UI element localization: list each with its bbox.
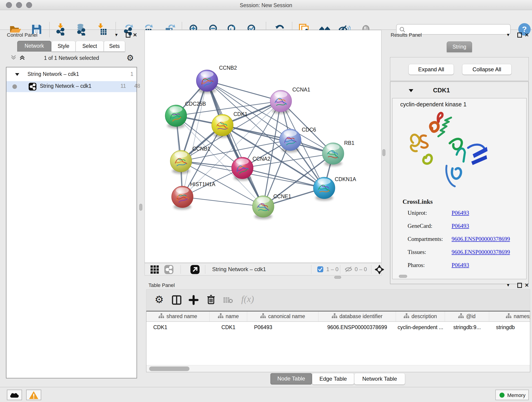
- column-header-description[interactable]: description: [396, 312, 445, 321]
- column-header-canonical-name[interactable]: canonical name: [247, 312, 318, 321]
- tab-string[interactable]: String: [447, 41, 472, 52]
- network-collection-row[interactable]: String Network – cdk1 1: [6, 69, 137, 80]
- network-node-count: 11: [120, 83, 126, 89]
- table-cell[interactable]: cyclin-dependent ...: [396, 322, 445, 332]
- memory-status-icon: [500, 393, 505, 398]
- cloud-button[interactable]: [7, 390, 22, 400]
- table-cell[interactable]: 9606.ENSP00000378699: [318, 322, 396, 332]
- memory-button[interactable]: Memory: [495, 390, 529, 400]
- table-header-row: shared namenamecanonical namedatabase id…: [146, 312, 530, 322]
- crosslink-row: Uniprot:P06493: [393, 210, 526, 219]
- column-label: name: [226, 313, 239, 319]
- network-edge[interactable]: [207, 81, 263, 206]
- footer-divider: [181, 265, 181, 274]
- network-node-ccne1[interactable]: CCNE1: [253, 193, 291, 219]
- network-node-cdkn1a[interactable]: CDKN1A: [313, 176, 356, 201]
- network-node-cdc6[interactable]: CDC6: [279, 127, 316, 153]
- tab-style[interactable]: Style: [51, 41, 76, 51]
- column-header-namespace[interactable]: namespace: [489, 312, 530, 321]
- network-edge[interactable]: [182, 197, 263, 206]
- import-network-database-icon[interactable]: [75, 23, 87, 36]
- table-cell[interactable]: CDK1: [146, 322, 210, 332]
- table-cell[interactable]: stringdb: [489, 322, 530, 332]
- network-node-ccnb1[interactable]: CCNB1: [170, 146, 210, 174]
- network-row[interactable]: String Network – cdk1 11 48: [6, 81, 137, 92]
- crosslink-link[interactable]: P06493: [452, 223, 469, 229]
- scrollbar-thumb[interactable]: [149, 366, 190, 371]
- crosslink-link[interactable]: P06493: [452, 210, 469, 216]
- string-network-graph[interactable]: CCNB2CCNA1CDC25BCDK1CDC6RB1CCNB1CCNA2CDK…: [145, 30, 381, 263]
- section-title: CDK1: [433, 87, 450, 94]
- delete-column-trash-icon[interactable]: [206, 294, 216, 306]
- column-label: database identifier: [340, 313, 383, 319]
- network-node-hist1h1a[interactable]: HIST1H1A: [172, 181, 215, 210]
- crosslink-label: GeneCard:: [408, 223, 432, 229]
- warnings-button[interactable]: [26, 390, 41, 400]
- collapse-all-button[interactable]: Collapse All: [462, 64, 512, 75]
- network-share-icon[interactable]: [164, 265, 174, 275]
- tab-edge-table[interactable]: Edge Table: [312, 373, 354, 385]
- control-panel-close-icon[interactable]: ✕: [133, 32, 137, 38]
- crosslink-row: Compartments:9606.ENSP00000378699: [393, 236, 526, 245]
- left-splitter-handle[interactable]: [139, 204, 142, 211]
- results-scrollbar-thumb[interactable]: [399, 275, 407, 278]
- column-header-name[interactable]: name: [210, 312, 247, 321]
- table-cell[interactable]: stringdb:9...: [445, 322, 489, 332]
- birds-eye-grid-icon[interactable]: [150, 265, 159, 275]
- column-header-database-identifier[interactable]: database identifier: [318, 312, 396, 321]
- control-panel-float-icon[interactable]: [126, 32, 130, 38]
- network-canvas[interactable]: CCNB2CCNA1CDC25BCDK1CDC6RB1CCNB1CCNA2CDK…: [145, 30, 381, 263]
- tab-node-table[interactable]: Node Table: [270, 373, 312, 385]
- tab-select[interactable]: Select: [76, 41, 104, 51]
- table-panel-collapse-icon[interactable]: ▼: [506, 283, 510, 288]
- column-header--id[interactable]: @id: [445, 312, 489, 321]
- column-header-shared-name[interactable]: shared name: [146, 312, 210, 321]
- tab-sets[interactable]: Sets: [104, 41, 125, 51]
- control-panel-collapse-icon[interactable]: ▼: [114, 32, 119, 37]
- column-type-icon: [458, 313, 464, 320]
- window-title: Session: New Session: [0, 2, 532, 8]
- right-splitter-handle[interactable]: [382, 149, 385, 156]
- node-description: cyclin-dependent kinase 1: [400, 101, 467, 108]
- table-settings-gear-icon[interactable]: ⚙: [155, 294, 164, 305]
- import-table-file-icon[interactable]: [95, 23, 108, 36]
- table-row[interactable]: CDK1CDK1P064939606.ENSP00000378699cyclin…: [146, 322, 530, 332]
- network-edge[interactable]: [222, 125, 333, 153]
- open-in-window-icon[interactable]: [190, 265, 200, 275]
- results-panel-collapse-icon[interactable]: ▼: [506, 32, 510, 37]
- add-column-icon[interactable]: [189, 295, 199, 306]
- table-cell[interactable]: CDK1: [210, 322, 247, 332]
- collection-expand-triangle-icon[interactable]: [15, 72, 20, 78]
- results-panel-close-icon[interactable]: ✕: [525, 32, 529, 38]
- table-panel-close-icon[interactable]: ✕: [525, 282, 529, 288]
- results-panel-float-icon[interactable]: [517, 32, 522, 38]
- column-label: description: [412, 313, 437, 319]
- tab-network-table[interactable]: Network Table: [354, 373, 405, 385]
- network-selection-status: 1 of 1 Network selected: [6, 55, 137, 61]
- crosslink-link[interactable]: P06493: [452, 262, 469, 268]
- table-panel-float-icon[interactable]: [517, 283, 522, 288]
- selected-checkbox-icon[interactable]: [317, 266, 323, 274]
- column-type-icon: [158, 313, 164, 320]
- section-collapse-triangle-icon[interactable]: [408, 88, 414, 94]
- horizontal-splitter-handle[interactable]: [334, 276, 341, 279]
- node-table: shared namenamecanonical namedatabase id…: [146, 311, 530, 372]
- network-node-rb1[interactable]: RB1: [322, 140, 355, 166]
- table-horizontal-scrollbar[interactable]: [146, 365, 530, 372]
- column-type-icon: [404, 313, 409, 320]
- network-edge[interactable]: [182, 81, 207, 197]
- table-cell[interactable]: P06493: [247, 322, 318, 332]
- crosslink-label: Uniprot:: [408, 210, 427, 216]
- show-columns-icon[interactable]: [172, 295, 182, 306]
- tab-network[interactable]: Network: [17, 41, 51, 51]
- import-network-file-icon[interactable]: [54, 23, 67, 36]
- network-view-footer: String Network – cdk1 1 – 0 0 – 0: [145, 263, 381, 275]
- network-options-gear-icon[interactable]: ⚙: [127, 53, 134, 63]
- network-node-ccna1[interactable]: CCNA1: [270, 87, 310, 114]
- pan-crosshair-icon[interactable]: [374, 264, 385, 275]
- expand-all-button[interactable]: Expand All: [409, 64, 454, 75]
- crosslink-row: GeneCard:P06493: [393, 223, 526, 232]
- status-bar: Memory: [0, 387, 532, 402]
- crosslink-link[interactable]: 9606.ENSP00000378699: [452, 236, 510, 242]
- crosslink-link[interactable]: 9606.ENSP00000378699: [452, 249, 510, 255]
